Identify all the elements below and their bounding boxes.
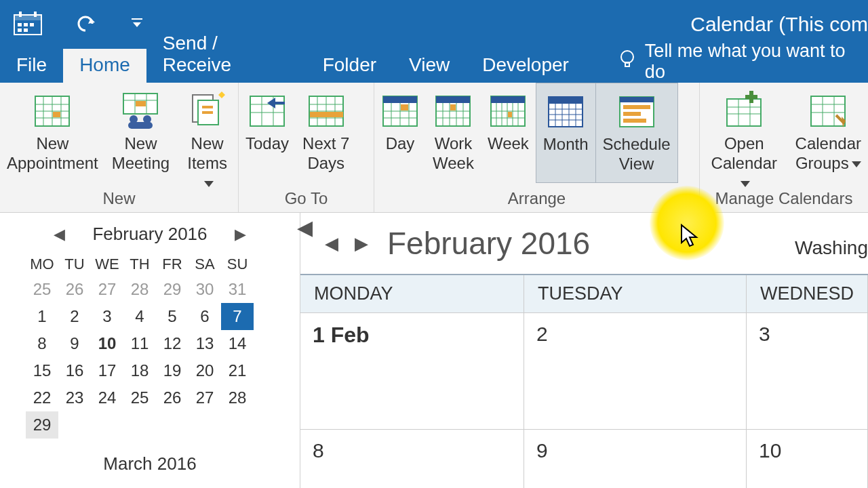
open-calendar-button[interactable]: Open Calendar: [700, 83, 789, 183]
mini-dow: FR: [156, 253, 189, 276]
tell-me-search[interactable]: Tell me what you want to do: [619, 41, 868, 83]
mini-calendar-grid: MOTUWETHFRSASU25262728293031123456789101…: [26, 253, 274, 439]
svg-rect-2: [19, 12, 22, 17]
mini-date-cell[interactable]: 25: [123, 384, 156, 411]
day-cell[interactable]: 10: [747, 429, 867, 488]
calendar-groups-button[interactable]: Calendar Groups: [789, 83, 868, 183]
mini-date-cell[interactable]: 4: [123, 303, 156, 330]
week-button[interactable]: Week: [481, 83, 536, 183]
mini-date-cell[interactable]: 20: [189, 357, 221, 384]
svg-rect-53: [401, 104, 408, 110]
undo-icon[interactable]: [75, 13, 98, 36]
mini-date-cell[interactable]: 8: [26, 330, 58, 357]
mini-date-cell[interactable]: 7: [221, 303, 254, 330]
mini-date-cell[interactable]: 2: [58, 303, 91, 330]
day-cell[interactable]: 9: [524, 429, 746, 488]
svg-rect-4: [18, 23, 22, 26]
view-title: February 2016: [387, 225, 590, 262]
tab-send-receive[interactable]: Send / Receive: [146, 27, 307, 83]
ribbon: New Appointment New Meeting New Items Ne…: [0, 83, 868, 213]
svg-rect-55: [436, 96, 470, 103]
mini-date-cell[interactable]: 17: [91, 357, 123, 384]
day-cell[interactable]: 8: [300, 429, 524, 488]
mini-dow: SU: [221, 253, 254, 276]
calendar-7-icon: [307, 91, 345, 129]
qat-customize-icon[interactable]: [130, 17, 144, 32]
svg-rect-7: [18, 28, 22, 32]
day-cell[interactable]: 2: [524, 312, 746, 429]
next-month-icon[interactable]: ▶: [235, 226, 246, 243]
mini-date-cell[interactable]: 26: [58, 276, 91, 303]
tab-view[interactable]: View: [393, 49, 466, 83]
mini-date-cell[interactable]: 9: [58, 330, 91, 357]
mini-date-cell[interactable]: 14: [221, 330, 254, 357]
new-items-button[interactable]: New Items: [176, 83, 238, 183]
svg-rect-74: [549, 97, 583, 104]
svg-rect-47: [383, 96, 417, 103]
svg-rect-93: [745, 95, 757, 99]
tab-file[interactable]: File: [0, 49, 63, 83]
mini-date-cell[interactable]: 10: [91, 330, 123, 357]
calendar-groups-icon: [809, 91, 847, 129]
new-meeting-button[interactable]: New Meeting: [105, 83, 176, 183]
new-appointment-button[interactable]: New Appointment: [0, 83, 105, 183]
svg-rect-1: [14, 15, 41, 20]
svg-rect-31: [202, 111, 213, 114]
mini-date-cell[interactable]: 30: [189, 276, 221, 303]
day-cell[interactable]: 1 Feb: [300, 312, 524, 429]
mini-date-cell[interactable]: 27: [91, 276, 123, 303]
month-button[interactable]: Month: [536, 83, 596, 183]
svg-rect-6: [30, 23, 34, 26]
mini-date-cell[interactable]: 29: [156, 276, 189, 303]
mini-date-cell[interactable]: 15: [26, 357, 58, 384]
tab-folder[interactable]: Folder: [307, 49, 393, 83]
mini-date-cell[interactable]: 5: [156, 303, 189, 330]
mini-date-cell[interactable]: 13: [189, 330, 221, 357]
day-cell[interactable]: 3: [747, 312, 867, 429]
work-week-button[interactable]: Work Week: [426, 83, 481, 183]
main-area: ◀ ◀ February 2016 ▶ MOTUWETHFRSASU252627…: [0, 213, 868, 488]
calendar-workweek-icon: [434, 91, 472, 129]
mini-date-cell[interactable]: 29: [26, 411, 58, 439]
mini-date-cell[interactable]: 3: [91, 303, 123, 330]
mini-date-cell[interactable]: 28: [123, 276, 156, 303]
prev-period-icon[interactable]: ◀: [317, 233, 347, 254]
next-7-days-button[interactable]: Next 7 Days: [296, 83, 356, 183]
svg-rect-27: [128, 122, 153, 129]
mini-date-cell[interactable]: 1: [26, 303, 58, 330]
mini-date-cell[interactable]: 19: [156, 357, 189, 384]
tab-home[interactable]: Home: [63, 49, 146, 83]
mini-date-cell[interactable]: 31: [221, 276, 254, 303]
mini-date-cell: [58, 411, 91, 439]
mini-date-cell[interactable]: 12: [156, 330, 189, 357]
mini-calendar-next-title: March 2016: [26, 453, 274, 474]
mini-date-cell[interactable]: 22: [26, 384, 58, 411]
prev-month-icon[interactable]: ◀: [54, 226, 65, 243]
tab-developer[interactable]: Developer: [466, 49, 585, 83]
mini-date-cell[interactable]: 11: [123, 330, 156, 357]
mini-date-cell[interactable]: 6: [189, 303, 221, 330]
svg-rect-5: [24, 23, 28, 26]
calendar-content: ◀ ▶ February 2016 Washing MONDAY 1 Feb 8…: [300, 213, 868, 488]
mini-date-cell[interactable]: 26: [156, 384, 189, 411]
mini-date-cell[interactable]: 24: [91, 384, 123, 411]
calendar-grid-icon: [33, 91, 71, 129]
location-label: Washing: [795, 237, 868, 259]
today-button[interactable]: Today: [239, 83, 296, 183]
mini-date-cell[interactable]: 23: [58, 384, 91, 411]
mini-date-cell[interactable]: 21: [221, 357, 254, 384]
schedule-view-label: Schedule View: [603, 135, 671, 174]
mini-calendar-title: February 2016: [92, 224, 207, 245]
mini-date-cell[interactable]: 27: [189, 384, 221, 411]
schedule-view-button[interactable]: Schedule View: [596, 83, 678, 183]
mini-date-cell[interactable]: 28: [221, 384, 254, 411]
calendar-app-icon: [14, 11, 42, 38]
svg-rect-85: [623, 112, 641, 116]
svg-rect-30: [202, 106, 213, 108]
mini-date-cell[interactable]: 25: [26, 276, 58, 303]
mini-date-cell[interactable]: 16: [58, 357, 91, 384]
day-button[interactable]: Day: [374, 83, 426, 183]
mini-date-cell[interactable]: 18: [123, 357, 156, 384]
next-period-icon[interactable]: ▶: [347, 233, 376, 254]
calendar-week-icon: [489, 91, 527, 129]
